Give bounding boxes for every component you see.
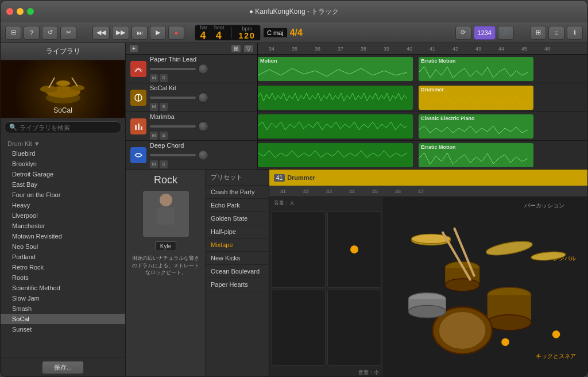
key-display[interactable]: C maj <box>263 28 288 38</box>
library-item-smash[interactable]: Smash <box>1 303 125 314</box>
play-button[interactable]: ▶ <box>150 26 166 40</box>
track-solo-2[interactable]: S <box>160 103 168 111</box>
preset-paper-hearts[interactable]: Paper Hearts <box>206 278 269 291</box>
search-box[interactable]: 🔍 <box>4 121 122 133</box>
track-name-1: Paper Thin Lead <box>150 56 253 63</box>
search-input[interactable] <box>20 124 117 131</box>
track-volume-slider-1[interactable] <box>150 68 196 70</box>
track-volume-slider-3[interactable] <box>150 125 196 128</box>
forward-button[interactable]: ▶▶ <box>112 26 129 40</box>
library-item-motown[interactable]: Motown Revisited <box>1 231 125 241</box>
ruler-42: 42 <box>444 46 467 52</box>
track-pan-knob-4[interactable] <box>198 150 208 160</box>
track-filter-button[interactable]: ▽ <box>243 44 254 53</box>
drum-kit-image <box>37 66 89 106</box>
skip-button[interactable]: ⏭ <box>131 26 148 40</box>
track-mute-1[interactable]: M <box>150 74 158 82</box>
preset-mixtape[interactable]: Mixtape <box>206 238 269 252</box>
clip-chord-left[interactable] <box>258 143 413 167</box>
library-item-manchester[interactable]: Manchester <box>1 221 125 231</box>
track-mute-4[interactable]: M <box>150 160 158 168</box>
undo-button[interactable]: ↺ <box>42 26 58 40</box>
editor-button[interactable]: ⊞ <box>530 26 546 40</box>
library-item-neosoul[interactable]: Neo Soul <box>1 241 125 252</box>
library-item-slowjam[interactable]: Slow Jam <box>1 293 125 303</box>
sync-button[interactable]: ⟳ <box>455 26 471 40</box>
preset-echo-park[interactable]: Echo Park <box>206 199 269 212</box>
library-item-fouronfloor[interactable]: Four on the Floor <box>1 190 125 200</box>
track-pan-knob-3[interactable] <box>198 121 208 132</box>
library-item-brooklyn[interactable]: Brooklyn <box>1 159 125 169</box>
clip-erratic-motion-1[interactable]: Erratic Motion <box>419 57 533 81</box>
library-item-socal[interactable]: SoCal <box>1 314 125 324</box>
track-mute-3[interactable]: M <box>150 132 158 140</box>
clip-motion[interactable]: Motion <box>258 57 413 81</box>
track-row-1: Paper Thin Lead M S <box>126 55 257 83</box>
library-toggle-button[interactable]: ⊟ <box>5 26 21 40</box>
preset-half-pipe[interactable]: Half-pipe <box>206 225 269 238</box>
search-icon: 🔍 <box>9 124 17 131</box>
drum-pad-2[interactable] <box>327 211 381 288</box>
ruler-38: 38 <box>352 46 375 52</box>
track-pan-knob-1[interactable] <box>198 64 208 74</box>
save-button[interactable]: 保存... <box>42 361 84 374</box>
drum-pad-4[interactable] <box>327 290 381 366</box>
track-volume-slider-2[interactable] <box>150 97 196 99</box>
track-controls-1: M S <box>150 74 253 82</box>
library-item-portland[interactable]: Portland <box>1 252 125 262</box>
library-item-retrorock[interactable]: Retro Rock <box>1 262 125 272</box>
clip-drummer[interactable]: Drummer <box>419 86 533 110</box>
track-header-toolbar: + ⊞ ▽ <box>126 43 257 55</box>
drummer-avatar <box>143 191 189 237</box>
library-item-liverpool[interactable]: Liverpool <box>1 210 125 221</box>
track-solo-3[interactable]: S <box>160 132 168 140</box>
track-name-4: Deep Chord <box>150 142 253 149</box>
clip-socal-left[interactable] <box>258 86 413 110</box>
minimize-button[interactable] <box>17 8 24 15</box>
preset-new-kicks[interactable]: New Kicks <box>206 252 269 265</box>
track-solo-4[interactable]: S <box>160 160 168 168</box>
track-row-4: Deep Chord M S <box>126 141 257 170</box>
rewind-button[interactable]: ◀◀ <box>92 26 110 40</box>
library-item-detroit[interactable]: Detroit Garage <box>1 169 125 179</box>
library-item-heavy[interactable]: Heavy <box>1 200 125 210</box>
fullscreen-button[interactable] <box>27 8 34 15</box>
scissors-button[interactable]: ✂ <box>60 26 76 40</box>
preset-crash-party[interactable]: Crash the Party <box>206 186 269 199</box>
library-item-bluebird[interactable]: Bluebird <box>1 148 125 159</box>
sidebar: ライブラリ SoCal 🔍 Drum Kit ▼ <box>1 43 126 377</box>
library-item-roots[interactable]: Roots <box>1 272 125 283</box>
help-button[interactable]: ? <box>24 26 40 40</box>
library-item-scientific[interactable]: Scientific Method <box>1 283 125 293</box>
main-window: ● KanfuKongKong - トラック ⊟ ? ↺ ✂ ◀◀ ▶▶ ⏭ ▶… <box>0 0 588 377</box>
tracks-content: Motion Erratic Motion <box>258 55 587 169</box>
inspector-button[interactable]: ℹ <box>567 26 583 40</box>
drum-pad-1[interactable] <box>272 211 326 288</box>
time-sig[interactable]: 4/4 <box>290 28 303 38</box>
add-track-button[interactable]: + <box>129 44 138 53</box>
track-pan-knob-2[interactable] <box>198 93 208 103</box>
track-solo-1[interactable]: S <box>160 74 168 82</box>
clip-classic-piano[interactable]: Classic Electric Piano <box>419 114 533 139</box>
drum-kit-category[interactable]: Drum Kit ▼ <box>1 139 125 148</box>
track-mute-2[interactable]: M <box>150 103 158 111</box>
clip-erratic-motion-2[interactable]: Erratic Motion <box>419 143 533 167</box>
metronome-button[interactable]: 🎵 <box>498 26 514 40</box>
counter-button[interactable]: 1234 <box>474 26 496 40</box>
traffic-lights <box>6 8 34 15</box>
mixer-button[interactable]: ≡ <box>548 26 564 40</box>
drummer-track-label: Drummer <box>287 174 315 181</box>
clip-marimba-left[interactable] <box>258 114 413 139</box>
bpm-value: 120 <box>239 32 256 40</box>
drum-pad-3[interactable] <box>272 290 326 366</box>
track-volume-slider-4[interactable] <box>150 154 196 156</box>
library-item-eastbay[interactable]: East Bay <box>1 179 125 190</box>
preset-ocean-boulevard[interactable]: Ocean Boulevard <box>206 265 269 278</box>
record-button[interactable]: ● <box>168 26 184 40</box>
close-button[interactable] <box>6 8 13 15</box>
preset-golden-state[interactable]: Golden State <box>206 212 269 225</box>
window-title: ● KanfuKongKong - トラック <box>249 7 339 17</box>
library-item-sunset[interactable]: Sunset <box>1 324 125 334</box>
track-options-button[interactable]: ⊞ <box>231 44 241 53</box>
track-info-2: SoCal Kit M S <box>150 84 253 111</box>
